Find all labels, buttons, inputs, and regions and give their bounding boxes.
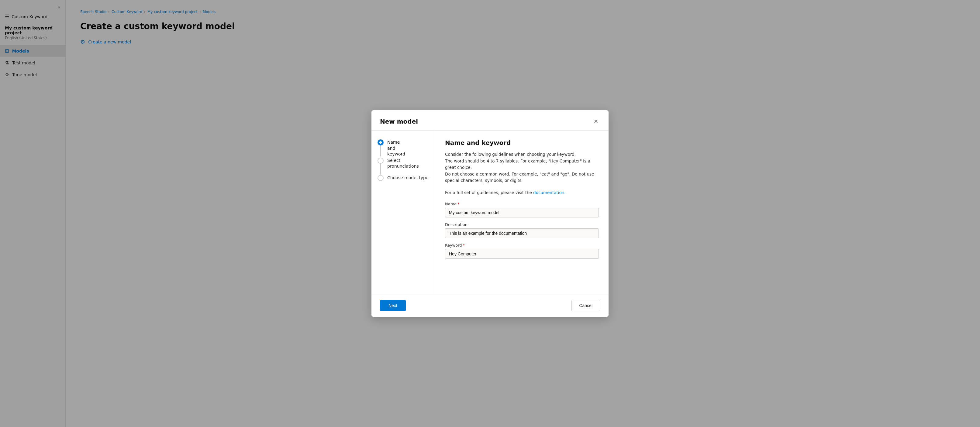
name-required-star: * xyxy=(458,202,460,206)
step-label-3: Choose model type xyxy=(387,175,428,181)
cancel-button[interactable]: Cancel xyxy=(571,300,600,311)
guideline-line4: For a full set of guidelines, please vis… xyxy=(445,190,532,195)
dialog-footer: Next Cancel xyxy=(371,294,609,317)
dialog-header: New model ✕ xyxy=(371,110,609,130)
description-form-group: Description xyxy=(445,222,599,238)
dialog-close-button[interactable]: ✕ xyxy=(592,117,600,125)
step-circle-2 xyxy=(377,158,383,164)
steps-panel: Name and keyword Select pronunciations C… xyxy=(371,130,435,294)
keyword-form-group: Keyword * xyxy=(445,243,599,259)
keyword-required-star: * xyxy=(463,243,465,248)
name-label: Name * xyxy=(445,202,599,206)
guideline-line1: Consider the following guidelines when c… xyxy=(445,152,576,157)
keyword-input[interactable] xyxy=(445,249,599,259)
next-button[interactable]: Next xyxy=(380,300,406,311)
documentation-link[interactable]: documentation. xyxy=(533,190,566,195)
dialog-body: Name and keyword Select pronunciations C… xyxy=(371,130,609,294)
dialog: New model ✕ Name and keyword xyxy=(371,110,609,317)
keyword-label: Keyword * xyxy=(445,243,599,248)
step-circle-1 xyxy=(377,140,383,146)
modal-overlay: New model ✕ Name and keyword xyxy=(0,0,980,427)
dialog-title: New model xyxy=(380,118,418,125)
content-panel: Name and keyword Consider the following … xyxy=(435,130,609,294)
description-input[interactable] xyxy=(445,229,599,238)
guidelines-doc-text: For a full set of guidelines, please vis… xyxy=(445,189,599,196)
step-label-2: Select pronunciations xyxy=(387,157,429,170)
guideline-line3: Do not choose a common word. For example… xyxy=(445,171,594,183)
step-line-1 xyxy=(380,146,381,156)
name-form-group: Name * xyxy=(445,202,599,217)
guidelines-text: Consider the following guidelines when c… xyxy=(445,151,599,184)
name-input[interactable] xyxy=(445,208,599,217)
step-circle-3 xyxy=(377,175,383,181)
guideline-line2: The word should be 4 to 7 syllables. For… xyxy=(445,159,590,170)
description-label: Description xyxy=(445,222,599,227)
step-label-1: Name and keyword xyxy=(387,139,405,157)
step-line-2 xyxy=(380,164,381,175)
content-title: Name and keyword xyxy=(445,139,599,146)
